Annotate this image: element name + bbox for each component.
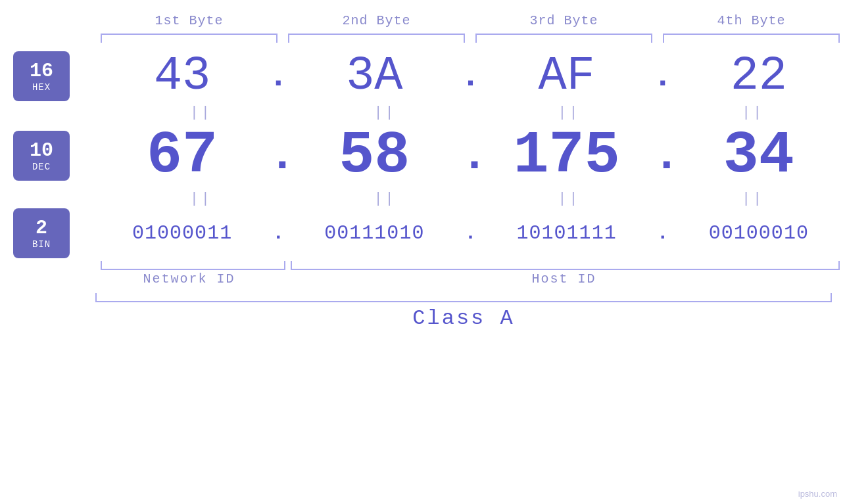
bin-base-num: 2 xyxy=(36,218,47,239)
equals-row-2: || || || || xyxy=(0,191,845,207)
class-label: Class A xyxy=(95,306,832,331)
main-container: 1st Byte 2nd Byte 3rd Byte 4th Byte 16 H… xyxy=(0,0,845,504)
dec-byte1: 67 xyxy=(96,122,268,189)
bracket-top-4 xyxy=(663,34,840,43)
bracket-top-1 xyxy=(101,34,278,43)
header-row: 1st Byte 2nd Byte 3rd Byte 4th Byte xyxy=(0,13,845,28)
dec-row: 10 DEC 67 . 58 . 175 . 34 xyxy=(0,122,845,189)
bin-dot1: . xyxy=(268,222,288,244)
byte1-header: 1st Byte xyxy=(95,13,283,28)
dec-byte2: 58 xyxy=(288,122,460,189)
bin-row: 2 BIN 01000011 . 00111010 . 10101111 . 0… xyxy=(0,208,845,258)
byte2-header: 2nd Byte xyxy=(283,13,470,28)
bracket-top-2 xyxy=(288,34,465,43)
dec-dot3: . xyxy=(653,130,673,182)
dec-dot2: . xyxy=(461,130,481,182)
dec-bytes-row: 67 . 58 . 175 . 34 xyxy=(96,122,845,189)
dec-byte4: 34 xyxy=(673,122,845,189)
hex-byte4: 22 xyxy=(673,49,845,103)
byte3-header: 3rd Byte xyxy=(470,13,658,28)
bin-base-name: BIN xyxy=(32,239,51,250)
hex-dot1: . xyxy=(268,58,288,95)
dec-base-num: 10 xyxy=(30,140,53,162)
bin-label-box: 2 BIN xyxy=(13,208,70,258)
hex-dot2: . xyxy=(461,58,481,95)
equals-2-3: || xyxy=(477,191,662,207)
equals-2-1: || xyxy=(109,191,293,207)
dec-byte3: 175 xyxy=(481,122,653,189)
bracket-bottom-host xyxy=(291,261,840,270)
bottom-brackets xyxy=(0,261,845,270)
bin-dot2: . xyxy=(461,222,481,244)
equals-2-4: || xyxy=(661,191,845,207)
equals-1-3: || xyxy=(477,104,662,121)
bracket-bottom-network xyxy=(101,261,285,270)
hex-bytes-row: 43 . 3A . AF . 22 xyxy=(96,49,845,103)
watermark: ipshu.com xyxy=(798,489,837,499)
hex-byte2: 3A xyxy=(288,49,460,103)
bin-dot3: . xyxy=(653,222,673,244)
hex-label-box: 16 HEX xyxy=(13,51,70,101)
hex-base-num: 16 xyxy=(30,60,53,82)
class-bar xyxy=(95,293,832,302)
hex-byte3: AF xyxy=(481,49,653,103)
top-brackets xyxy=(0,34,845,43)
bin-byte3: 10101111 xyxy=(481,222,653,244)
dec-label-box: 10 DEC xyxy=(13,131,70,181)
bin-byte2: 00111010 xyxy=(288,222,460,244)
equals-2-2: || xyxy=(293,191,477,207)
hex-byte1: 43 xyxy=(96,49,268,103)
equals-row-1: || || || || xyxy=(0,104,845,121)
bin-byte1: 01000011 xyxy=(96,222,268,244)
byte4-header: 4th Byte xyxy=(658,13,845,28)
class-row: Class A xyxy=(0,293,845,331)
dec-base-name: DEC xyxy=(32,162,51,172)
hex-row: 16 HEX 43 . 3A . AF . 22 xyxy=(0,49,845,103)
hex-base-name: HEX xyxy=(32,82,51,93)
network-id-label: Network ID xyxy=(95,271,283,286)
bin-bytes-row: 01000011 . 00111010 . 10101111 . 0010001… xyxy=(96,222,845,244)
bracket-top-3 xyxy=(475,34,652,43)
equals-1-4: || xyxy=(661,104,845,121)
equals-1-2: || xyxy=(293,104,477,121)
dec-dot1: . xyxy=(268,130,288,182)
id-labels-row: Network ID Host ID xyxy=(0,271,845,286)
equals-1-1: || xyxy=(109,104,293,121)
bin-byte4: 00100010 xyxy=(673,222,845,244)
host-id-label: Host ID xyxy=(283,271,845,286)
hex-dot3: . xyxy=(653,58,673,95)
